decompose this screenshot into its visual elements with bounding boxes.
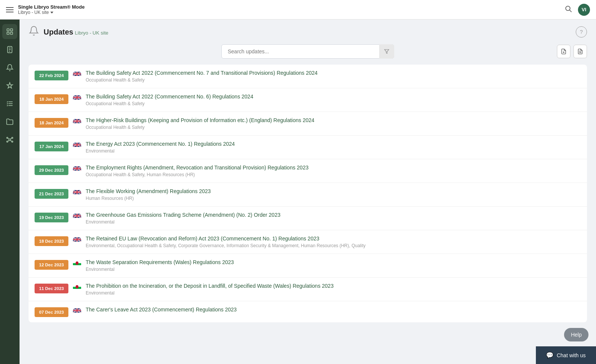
- update-title[interactable]: The Prohibition on the Incineration, or …: [86, 283, 581, 289]
- svg-point-15: [12, 137, 13, 138]
- update-row: 18 Jan 2024 The Higher-Risk Buildings (K…: [29, 112, 587, 136]
- update-categories: Human Resources (HR): [86, 196, 581, 201]
- sidebar-item-folders[interactable]: [2, 114, 17, 129]
- updates-container[interactable]: 22 Feb 2024 The Building Safety Act 2022…: [20, 38, 596, 364]
- update-row: 18 Jan 2024 The Building Safety Act 2022…: [29, 88, 587, 112]
- update-info: The Flexible Working (Amendment) Regulat…: [86, 188, 581, 201]
- update-title[interactable]: The Building Safety Act 2022 (Commenceme…: [86, 94, 581, 100]
- wales-flag-icon: [73, 260, 81, 268]
- uk-flag-icon: [73, 213, 81, 221]
- svg-point-32: [76, 285, 78, 288]
- top-header: Single Libryo Stream® Mode Libryo - UK s…: [0, 0, 596, 20]
- update-row: 21 Dec 2023 The Flexible Working (Amendm…: [29, 183, 587, 207]
- uk-flag-icon: [73, 118, 81, 126]
- search-bar-row: [29, 44, 587, 59]
- date-badge: 07 Dec 2023: [35, 307, 68, 317]
- uk-flag-icon: [73, 94, 81, 103]
- sidebar-item-pinned[interactable]: [2, 78, 17, 93]
- main-layout: Updates Libryo - UK site ?: [0, 20, 596, 364]
- page-subtitle: Libryo - UK site: [75, 30, 108, 36]
- export-csv-button[interactable]: [573, 45, 587, 58]
- date-badge: 12 Dec 2023: [35, 260, 68, 270]
- uk-flag-icon: [73, 165, 81, 174]
- update-title[interactable]: The Retained EU Law (Revocation and Refo…: [86, 236, 581, 242]
- update-categories: Occupational Health & Safety: [86, 125, 581, 130]
- update-info: The Higher-Risk Buildings (Keeping and P…: [86, 117, 581, 130]
- uk-flag-icon: [73, 236, 81, 245]
- search-icon[interactable]: [564, 5, 572, 14]
- svg-line-20: [8, 140, 9, 142]
- update-row: 18 Dec 2023 The Retained EU Law (Revocat…: [29, 230, 587, 254]
- help-button[interactable]: Help: [564, 328, 588, 341]
- page-header: Updates Libryo - UK site ?: [20, 20, 596, 38]
- updates-bell-icon: [29, 26, 39, 38]
- update-row: 29 Dec 2023 The Employment Rights (Amend…: [29, 159, 587, 183]
- update-info: The Greenhouse Gas Emissions Trading Sch…: [86, 212, 581, 225]
- sidebar: [0, 20, 20, 364]
- update-row: 12 Dec 2023 The Waste Separation Require…: [29, 254, 587, 278]
- update-info: The Employment Rights (Amendment, Revoca…: [86, 165, 581, 177]
- sidebar-item-home[interactable]: [2, 24, 17, 39]
- content-area: Updates Libryo - UK site ?: [20, 20, 596, 364]
- update-categories: Occupational Health & Safety, Human Reso…: [86, 172, 581, 177]
- help-icon-button[interactable]: ?: [576, 26, 587, 38]
- date-badge: 22 Feb 2024: [35, 71, 68, 80]
- update-title[interactable]: The Employment Rights (Amendment, Revoca…: [86, 165, 581, 171]
- svg-line-1: [570, 10, 572, 12]
- sidebar-item-tasks[interactable]: [2, 96, 17, 111]
- chat-button[interactable]: 💬 Chat with us: [536, 346, 596, 364]
- sidebar-item-documents[interactable]: [2, 42, 17, 57]
- header-left: Single Libryo Stream® Mode Libryo - UK s…: [6, 4, 85, 15]
- search-input-wrapper: [221, 44, 394, 59]
- update-row: 19 Dec 2023 The Greenhouse Gas Emissions…: [29, 207, 587, 230]
- update-categories: Environmental: [86, 148, 581, 154]
- sidebar-item-alerts[interactable]: [2, 60, 17, 75]
- menu-icon[interactable]: [6, 7, 14, 12]
- uk-flag-icon: [73, 189, 81, 197]
- search-bar-center: [215, 44, 401, 59]
- uk-flag-icon: [73, 142, 81, 150]
- export-doc-button[interactable]: [557, 45, 570, 58]
- export-buttons: [557, 45, 587, 58]
- avatar[interactable]: VI: [578, 4, 590, 16]
- svg-line-19: [11, 138, 12, 139]
- update-row: 22 Feb 2024 The Building Safety Act 2022…: [29, 65, 587, 88]
- svg-point-29: [76, 261, 78, 265]
- uk-flag-icon: [73, 307, 81, 316]
- wales-flag-icon: [73, 284, 81, 292]
- update-categories: Occupational Health & Safety: [86, 101, 581, 106]
- update-row: 07 Dec 2023 The Carer's Leave Act 2023 (…: [29, 301, 587, 322]
- search-input[interactable]: [221, 44, 394, 59]
- update-info: The Building Safety Act 2022 (Commenceme…: [86, 70, 581, 83]
- update-categories: Environmental: [86, 290, 581, 296]
- update-title[interactable]: The Higher-Risk Buildings (Keeping and P…: [86, 117, 581, 123]
- update-title[interactable]: The Waste Separation Requirements (Wales…: [86, 259, 581, 265]
- update-info: The Retained EU Law (Revocation and Refo…: [86, 236, 581, 248]
- update-info: The Carer's Leave Act 2023 (Commencement…: [86, 307, 581, 314]
- header-title-block: Single Libryo Stream® Mode Libryo - UK s…: [18, 4, 85, 15]
- update-categories: Environmental, Occupational Health & Saf…: [86, 243, 581, 248]
- date-badge: 18 Jan 2024: [35, 118, 68, 128]
- date-badge: 11 Dec 2023: [35, 284, 68, 293]
- filter-button[interactable]: [379, 44, 394, 59]
- svg-point-14: [7, 137, 8, 138]
- app-mode-title: Single Libryo Stream® Mode: [18, 4, 85, 10]
- svg-line-18: [8, 138, 9, 139]
- update-title[interactable]: The Greenhouse Gas Emissions Trading Sch…: [86, 212, 581, 218]
- update-title[interactable]: The Building Safety Act 2022 (Commenceme…: [86, 70, 581, 76]
- update-title[interactable]: The Carer's Leave Act 2023 (Commencement…: [86, 307, 581, 313]
- svg-rect-2: [7, 29, 9, 31]
- svg-marker-22: [384, 50, 389, 54]
- header-right: VI: [564, 4, 590, 16]
- uk-flag-icon: [73, 71, 81, 79]
- date-badge: 21 Dec 2023: [35, 189, 68, 199]
- update-row: 11 Dec 2023 The Prohibition on the Incin…: [29, 278, 587, 301]
- update-title[interactable]: The Energy Act 2023 (Commencement No. 1)…: [86, 141, 581, 147]
- update-categories: Occupational Health & Safety: [86, 77, 581, 83]
- update-title[interactable]: The Flexible Working (Amendment) Regulat…: [86, 188, 581, 194]
- site-selector[interactable]: Libryo - UK site: [18, 10, 85, 15]
- update-info: The Prohibition on the Incineration, or …: [86, 283, 581, 296]
- sidebar-item-network[interactable]: [2, 132, 17, 147]
- page-header-left: Updates Libryo - UK site: [29, 26, 108, 38]
- page-title: Updates: [44, 28, 73, 36]
